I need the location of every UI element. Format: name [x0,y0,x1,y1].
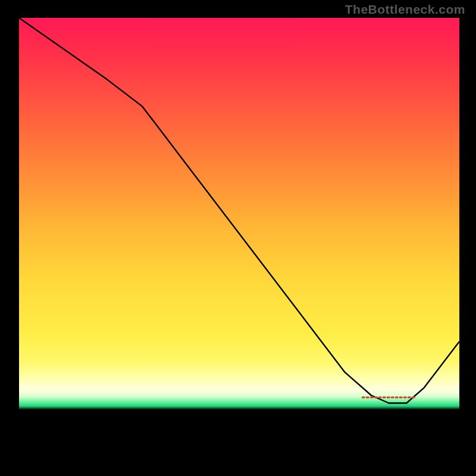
chart-svg [19,18,459,458]
watermark-text: TheBottleneck.com [345,2,465,17]
chart-stage: TheBottleneck.com [0,0,476,476]
bottleneck-curve-line [19,18,459,403]
plot-area-frame [19,18,459,458]
